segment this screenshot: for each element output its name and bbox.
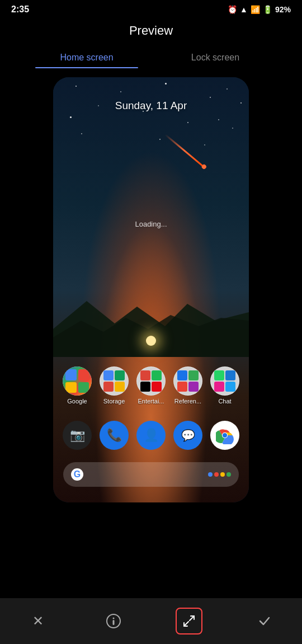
phone-preview: Sunday, 11 Apr Loading... Google: [53, 77, 249, 502]
app-row-2: 📷 📞 👤 💬: [53, 421, 249, 452]
loading-text: Loading...: [53, 220, 249, 228]
app-entertainment-label: Entertai...: [138, 398, 164, 405]
svg-line-9: [184, 622, 188, 626]
app-camera[interactable]: 📷: [60, 421, 95, 452]
tab-home-screen[interactable]: Home screen: [22, 47, 151, 68]
app-google-label: Google: [67, 398, 87, 405]
alarm-icon: ⏰: [228, 5, 237, 14]
close-button[interactable]: ✕: [25, 608, 51, 634]
preview-date: Sunday, 11 Apr: [53, 100, 249, 112]
battery-icon: 🔋: [263, 5, 272, 14]
app-reference[interactable]: Referen...: [171, 366, 205, 405]
status-bar: 2:35 ⏰ ▲ 📶 🔋 92%: [0, 0, 302, 17]
check-button[interactable]: [251, 608, 278, 634]
info-button[interactable]: [100, 608, 127, 634]
status-icons: ⏰ ▲ 📶 🔋 92%: [228, 5, 291, 14]
bottom-action-bar: ✕: [0, 598, 302, 644]
app-row-1: Google Storage: [53, 366, 249, 405]
mountains: [53, 290, 249, 357]
signal-icon: 📶: [251, 5, 260, 14]
expand-button[interactable]: [176, 608, 202, 634]
svg-point-4: [223, 433, 227, 438]
app-entertainment[interactable]: Entertai...: [134, 366, 168, 405]
search-bar[interactable]: G: [63, 462, 239, 487]
google-g-logo: G: [71, 468, 83, 481]
google-dots: [208, 472, 231, 477]
app-google[interactable]: Google: [60, 366, 95, 405]
app-messages[interactable]: 💬: [171, 421, 205, 452]
svg-rect-7: [112, 620, 114, 625]
app-contacts[interactable]: 👤: [134, 421, 168, 452]
app-reference-label: Referen...: [174, 398, 201, 405]
page-title: Preview: [0, 17, 302, 47]
status-time: 2:35: [11, 4, 29, 15]
battery-percent: 92%: [275, 5, 291, 14]
svg-point-6: [112, 618, 114, 619]
wifi-icon: ▲: [240, 5, 248, 14]
app-chrome[interactable]: [207, 421, 242, 452]
app-phone[interactable]: 📞: [97, 421, 131, 452]
app-chat[interactable]: Chat: [207, 366, 242, 405]
app-storage-label: Storage: [103, 398, 125, 405]
svg-line-8: [190, 616, 194, 621]
app-chat-label: Chat: [218, 398, 231, 405]
tab-bar: Home screen Lock screen: [0, 47, 302, 68]
app-storage[interactable]: Storage: [97, 366, 131, 405]
tab-lock-screen[interactable]: Lock screen: [151, 47, 280, 68]
moon: [146, 336, 156, 346]
